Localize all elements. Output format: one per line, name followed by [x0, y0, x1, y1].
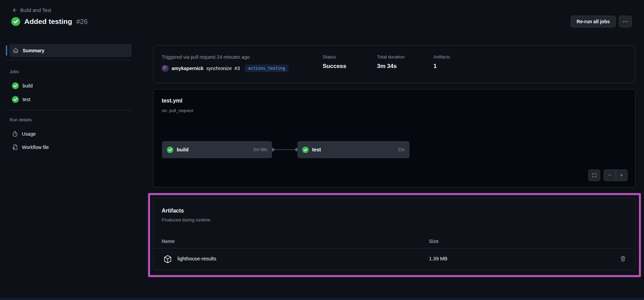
- stat-total-duration: Total duration 3m 34s: [377, 54, 405, 70]
- workflow-run-page: Build and Test Added testing #26 Re-run …: [0, 0, 644, 300]
- zoom-out-button[interactable]: −: [604, 170, 616, 181]
- zoom-controls: − +: [604, 169, 628, 181]
- fit-view-icon: [592, 173, 597, 178]
- sidebar-item-workflow-file[interactable]: Workflow file: [12, 143, 49, 151]
- trigger-summary: Triggered via pull request 24 minutes ag…: [162, 54, 250, 60]
- stat-value: Success: [323, 63, 346, 70]
- stat-label: Status: [323, 54, 346, 59]
- attempt-number: #3: [234, 66, 240, 71]
- stat-value: 1: [433, 63, 450, 70]
- sidebar-item-label: Summary: [23, 48, 44, 53]
- breadcrumb[interactable]: Build and Test: [12, 8, 51, 13]
- job-node-label: build: [177, 147, 189, 152]
- branch-badge[interactable]: actions_testing: [245, 65, 289, 72]
- stat-value: 3m 34s: [377, 63, 405, 70]
- selected-indicator: [6, 45, 7, 56]
- stat-label: Artifacts: [433, 54, 450, 59]
- workflow-file-name: test.yml: [162, 98, 182, 104]
- artifact-name[interactable]: lighthouse-results: [177, 256, 216, 261]
- avatar[interactable]: [162, 65, 169, 72]
- graph-edge: [273, 149, 297, 150]
- job-node-duration: 2m 58s: [253, 147, 267, 152]
- sidebar-item-label: Usage: [22, 131, 36, 137]
- workflow-trigger: on: pull_request: [162, 108, 193, 113]
- home-icon: [13, 47, 19, 54]
- trash-icon[interactable]: [620, 256, 626, 262]
- sidebar-item-label: build: [23, 83, 33, 88]
- success-check-icon: [302, 147, 309, 153]
- breadcrumb-label: Build and Test: [20, 8, 51, 13]
- actor-row: amykapernick synchronize #3 actions_test…: [162, 65, 289, 72]
- code-file-icon: [12, 144, 18, 150]
- job-node-label: test: [312, 147, 321, 152]
- artifacts-card: Artifacts Produced during runtime Name S…: [153, 198, 635, 270]
- stat-label: Total duration: [377, 54, 405, 59]
- success-check-icon: [12, 96, 19, 103]
- success-check-icon: [167, 147, 173, 153]
- job-node-test[interactable]: test 22s: [297, 141, 410, 158]
- artifact-row: lighthouse-results 1.39 MB: [153, 248, 635, 270]
- actor-name[interactable]: amykapernick: [172, 66, 203, 71]
- sidebar-divider: [6, 60, 132, 60]
- zoom-in-button[interactable]: +: [616, 170, 628, 181]
- jobs-section-label: Jobs: [10, 69, 19, 74]
- run-title-row: Added testing #26: [11, 17, 88, 26]
- event-name: synchronize: [206, 66, 232, 71]
- success-check-icon: [12, 82, 19, 89]
- back-arrow-icon: [12, 8, 17, 13]
- more-options-button[interactable]: ⋯: [619, 16, 632, 27]
- workflow-graph-card: test.yml on: pull_request build 2m 58s t…: [153, 89, 635, 187]
- sidebar-item-test[interactable]: test: [12, 95, 30, 104]
- sidebar-item-build[interactable]: build: [12, 82, 33, 90]
- header-actions: Re-run all jobs ⋯: [571, 16, 632, 27]
- run-number: #26: [76, 18, 88, 26]
- run-details-section-label: Run details: [10, 117, 32, 122]
- page-title: Added testing: [24, 17, 72, 26]
- rerun-all-jobs-button[interactable]: Re-run all jobs: [571, 16, 616, 27]
- stat-artifacts: Artifacts 1: [433, 54, 450, 70]
- job-node-duration: 22s: [398, 147, 405, 152]
- sidebar-item-label: test: [23, 97, 30, 102]
- artifacts-title: Artifacts: [162, 208, 184, 214]
- success-check-icon: [11, 17, 20, 26]
- column-header-size: Size: [429, 238, 439, 244]
- column-header-name: Name: [162, 238, 175, 244]
- run-info-card: Triggered via pull request 24 minutes ag…: [153, 45, 635, 83]
- sidebar-item-usage[interactable]: Usage: [12, 130, 36, 138]
- package-icon: [163, 255, 172, 263]
- artifacts-subtitle: Produced during runtime: [162, 217, 210, 222]
- sidebar-item-summary[interactable]: Summary: [9, 44, 132, 57]
- window-bottom-edge: [0, 298, 644, 300]
- stat-status: Status Success: [323, 54, 346, 70]
- fit-view-button[interactable]: [588, 169, 600, 181]
- artifact-size: 1.39 MB: [429, 256, 447, 261]
- job-node-build[interactable]: build 2m 58s: [162, 141, 272, 158]
- sidebar-item-label: Workflow file: [22, 145, 49, 150]
- sidebar-divider: [6, 110, 132, 110]
- stopwatch-icon: [12, 131, 18, 137]
